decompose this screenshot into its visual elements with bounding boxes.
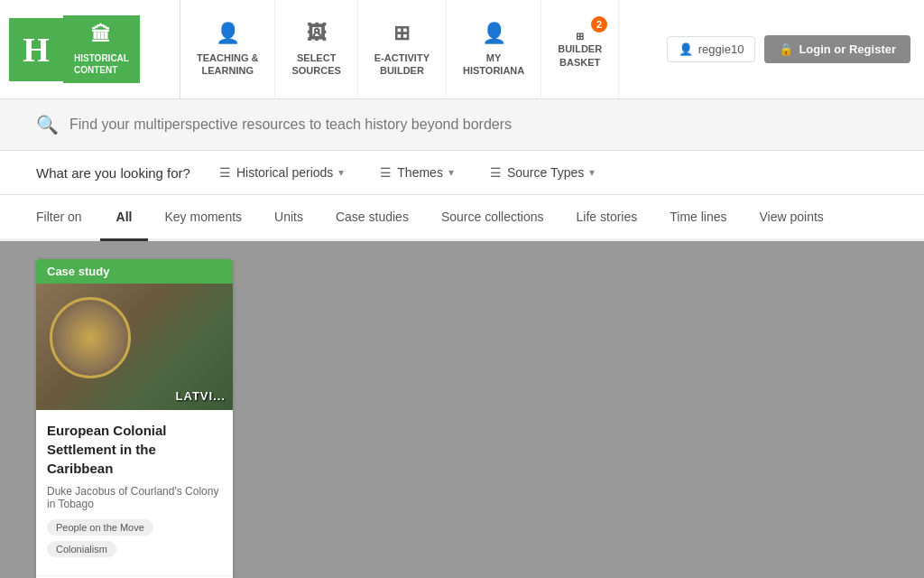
card-tag[interactable]: People on the Move [47,519,153,536]
basket-badge: 2 [591,16,607,33]
card-title: European Colonial Settlement in the Cari… [47,421,222,478]
nav-teaching-learning[interactable]: 👤 TEACHING & LEARNING [180,0,275,98]
search-icon: 🔍 [36,114,59,135]
historical-periods-icon: ☰ [219,165,231,180]
themes-dropdown[interactable]: ☰ Themes ▾ [373,162,461,183]
tab-life-stories[interactable]: Life stories [560,195,654,241]
content-area: Case study LATVI... European Colonial Se… [0,241,924,578]
tab-units[interactable]: Units [258,195,319,241]
nav-select-sources[interactable]: 🖼 SELECT SOURCES [275,0,357,98]
historical-periods-label: Historical periods [236,165,333,180]
logo-area: H 🏛 HISTORICAL CONTENT [0,0,180,98]
logo-icon[interactable]: H [9,18,63,81]
nav-my-historiana-label: MY HISTORIANA [463,51,524,78]
card-tags: People on the Move Colonialism [47,519,222,557]
basket-icon: ⊞ [576,30,584,42]
chevron-down-icon: ▾ [448,166,454,179]
nav-sources-label: SELECT SOURCES [291,51,340,78]
eactivity-icon: ⊞ [393,21,410,47]
filter-on-label: Filter on [36,195,82,238]
tab-time-lines[interactable]: Time lines [653,195,743,241]
nav-basket-label: BUILDER BASKET [558,42,602,69]
nav-items: 👤 TEACHING & LEARNING 🖼 SELECT SOURCES ⊞… [180,0,653,98]
chevron-down-icon: ▾ [338,166,344,179]
nav-teaching-label: TEACHING & LEARNING [197,51,258,78]
user-button[interactable]: 👤 reggie10 [667,36,756,62]
content-card: Case study LATVI... European Colonial Se… [36,259,233,578]
tab-all[interactable]: All [100,195,149,241]
my-historiana-icon: 👤 [482,21,506,47]
card-label: Case study [36,259,233,284]
source-types-label: Source Types [507,165,584,180]
themes-label: Themes [397,165,443,180]
search-input[interactable] [69,117,683,133]
teaching-icon: 👤 [216,21,240,47]
filter-question: What are you looking for? [36,165,190,181]
username-label: reggie10 [698,42,744,56]
nav-eactivity-builder[interactable]: ⊞ E-ACTIVITY BUILDER [358,0,447,98]
lock-icon: 🔒 [779,42,793,56]
historical-periods-dropdown[interactable]: ☰ Historical periods ▾ [212,162,351,183]
sources-icon: 🖼 [307,21,327,47]
tab-case-studies[interactable]: Case studies [319,195,425,241]
source-types-icon: ☰ [490,165,502,180]
login-label: Login or Register [799,42,896,56]
card-image: LATVI... [36,284,233,410]
filter-bar: What are you looking for? ☰ Historical p… [0,151,924,195]
card-tag[interactable]: Colonialism [47,541,116,557]
hist-icon: 🏛 [91,23,111,49]
themes-icon: ☰ [380,165,392,180]
tab-bar: Filter on All Key moments Units Case stu… [0,195,924,241]
historical-content-button[interactable]: 🏛 HISTORICAL CONTENT [63,15,140,83]
chevron-down-icon: ▾ [589,166,595,179]
search-bar: 🔍 [0,99,924,151]
card-body: European Colonial Settlement in the Cari… [36,410,233,575]
card-portrait [50,297,131,378]
nav-builder-basket[interactable]: ⊞ BUILDER BASKET 2 [541,0,619,98]
nav-my-historiana[interactable]: 👤 MY HISTORIANA [447,0,541,98]
user-icon: 👤 [679,42,693,56]
tab-view-points[interactable]: View points [744,195,840,241]
source-types-dropdown[interactable]: ☰ Source Types ▾ [483,162,602,183]
tab-key-moments[interactable]: Key moments [148,195,258,241]
card-image-text: LATVI... [36,389,233,403]
tab-source-collections[interactable]: Source collections [425,195,560,241]
nav-eactivity-label: E-ACTIVITY BUILDER [374,51,430,78]
nav-right: 👤 reggie10 🔒 Login or Register [653,0,924,98]
top-nav: H 🏛 HISTORICAL CONTENT 👤 TEACHING & LEAR… [0,0,924,99]
login-button[interactable]: 🔒 Login or Register [764,35,910,63]
card-subtitle: Duke Jacobus of Courland's Colony in Tob… [47,485,222,510]
historical-content-label: HISTORICAL CONTENT [74,52,129,76]
